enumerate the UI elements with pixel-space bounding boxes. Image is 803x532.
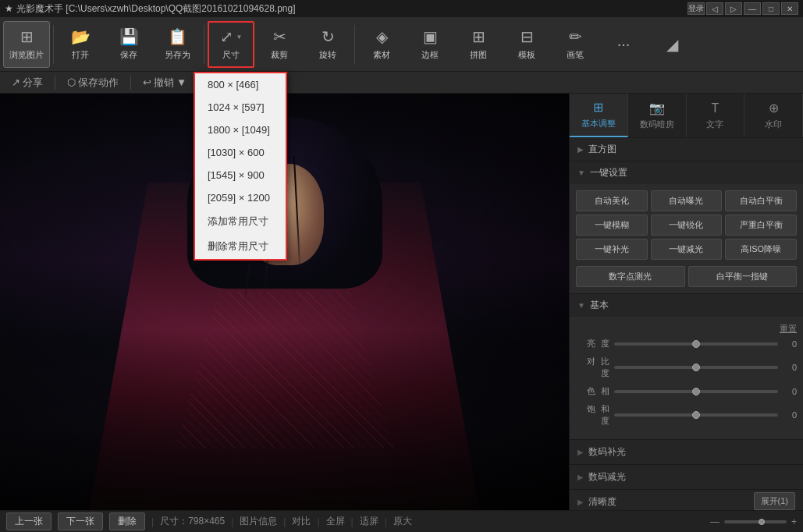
severe-wb-btn[interactable]: 严重白平衡 <box>725 215 797 236</box>
save-button[interactable]: 💾 保存 <box>105 21 152 68</box>
compare-link[interactable]: 对比 <box>292 515 311 528</box>
rotate-icon: ↻ <box>322 27 335 46</box>
tab-basic[interactable]: ⊞ 基本调整 <box>570 94 628 137</box>
basic-sliders-arrow: ▼ <box>577 301 585 310</box>
material-button[interactable]: ◈ 素材 <box>358 21 405 68</box>
expand-area: 展开(1) <box>754 492 795 510</box>
size-option-add[interactable]: 添加常用尺寸 <box>195 209 286 234</box>
one-fill-btn[interactable]: 一键补光 <box>576 239 648 260</box>
onekey-header[interactable]: ▼ 一键设置 <box>570 161 803 184</box>
saveas-icon: 📋 <box>168 27 187 46</box>
tab-text[interactable]: T 文字 <box>687 94 745 137</box>
auto-exposure-btn[interactable]: 自动曝光 <box>651 190 723 211</box>
border-button[interactable]: ▣ 边框 <box>407 21 453 68</box>
puzzle-icon: ⊞ <box>472 27 485 46</box>
brightness-label: 亮 度 <box>576 338 611 349</box>
zoom-minus[interactable]: — <box>710 516 720 527</box>
basic-sliders-header[interactable]: ▼ 基本 <box>570 294 803 317</box>
app-icon: ★ <box>5 3 13 14</box>
paint-extra-button[interactable]: ◢ <box>648 21 695 68</box>
watermark-tab-icon: ⊕ <box>769 101 779 115</box>
digital-fill-arrow: ▶ <box>577 448 584 456</box>
crop-button[interactable]: ✂ 裁剪 <box>256 21 303 68</box>
login-button[interactable]: 登录 <box>688 2 705 15</box>
digital-fill-header[interactable]: ▶ 数码补光 <box>570 440 803 465</box>
template-icon: ⊟ <box>521 27 534 46</box>
minimize-button[interactable]: — <box>744 2 761 15</box>
close-button[interactable]: ✕ <box>781 2 798 15</box>
size-option-0[interactable]: 800 × [466] <box>195 73 286 96</box>
tab-digital[interactable]: 📷 数码暗房 <box>628 94 687 137</box>
delete-button[interactable]: 删除 <box>109 512 145 530</box>
reset-link[interactable]: 重置 <box>780 323 797 335</box>
next-button[interactable]: 下一张 <box>58 512 103 530</box>
browse-button[interactable]: ⊞ 浏览图片 <box>3 21 50 68</box>
nav-prev-icon[interactable]: ◁ <box>706 2 723 15</box>
image-info-link[interactable]: 图片信息 <box>240 515 277 528</box>
fullscreen-link[interactable]: 全屏 <box>326 515 345 528</box>
size-button[interactable]: ⤢ ▼ 尺寸 <box>208 21 254 68</box>
basic-sliders-content: 重置 亮 度 0 对 比 度 0 <box>570 317 803 439</box>
save-action-button[interactable]: ⬡ 保存动作 <box>60 73 126 92</box>
basic-sliders-section: ▼ 基本 重置 亮 度 0 对 比 度 <box>570 294 803 440</box>
size-option-3[interactable]: [1030] × 600 <box>195 141 286 164</box>
separator-3 <box>354 25 355 64</box>
size-option-4[interactable]: [1545] × 900 <box>195 164 286 186</box>
digital-tab-icon: 📷 <box>649 101 665 115</box>
right-panel: ⊞ 基本调整 📷 数码暗房 T 文字 ⊕ 水印 ▶ 直方图 <box>569 94 803 510</box>
contrast-slider[interactable] <box>614 366 778 369</box>
digital-darken-arrow: ▶ <box>577 473 584 481</box>
size-option-2[interactable]: 1800 × [1049] <box>195 119 286 141</box>
digital-darken-header[interactable]: ▶ 数码减光 <box>570 465 803 490</box>
more-button[interactable]: ··· <box>600 21 647 68</box>
wb-finger-btn[interactable]: 白平衡一指键 <box>688 266 798 287</box>
zoom-slider[interactable] <box>724 520 787 523</box>
prev-button[interactable]: 上一张 <box>6 512 52 530</box>
zoom-thumb <box>759 519 765 525</box>
saturation-row: 饱 和 度 0 <box>576 403 797 427</box>
original-link[interactable]: 原大 <box>393 515 412 528</box>
app-title: 光影魔术手 [C:\Users\xzwh\Desktop\QQ截图2016102… <box>16 2 296 16</box>
onekey-wide-row: 数字点测光 白平衡一指键 <box>570 266 803 293</box>
one-darken-btn[interactable]: 一键减光 <box>651 239 723 260</box>
maximize-button[interactable]: □ <box>762 2 780 15</box>
size-option-1[interactable]: 1024 × [597] <box>195 96 286 119</box>
open-button[interactable]: 📂 打开 <box>57 21 104 68</box>
tab-watermark[interactable]: ⊕ 水印 <box>744 94 803 137</box>
high-iso-btn[interactable]: 高ISO降噪 <box>725 239 797 260</box>
one-blur-btn[interactable]: 一键模糊 <box>576 215 648 236</box>
open-icon: 📂 <box>71 27 91 46</box>
save-action-icon: ⬡ <box>67 76 76 88</box>
auto-whitebalance-btn[interactable]: 自动白平衡 <box>725 190 797 211</box>
zoom-plus[interactable]: + <box>791 516 797 527</box>
puzzle-button[interactable]: ⊞ 拼图 <box>455 21 502 68</box>
saveas-button[interactable]: 📋 另存为 <box>154 21 201 68</box>
nav-next-icon[interactable]: ▷ <box>725 2 742 15</box>
histogram-header[interactable]: ▶ 直方图 <box>570 138 803 161</box>
undo-button[interactable]: ↩ 撤销 ▼ <box>136 73 194 92</box>
template-button[interactable]: ⊟ 模板 <box>503 21 550 68</box>
digital-spot-btn[interactable]: 数字点测光 <box>576 266 685 287</box>
share-button[interactable]: ↗ 分享 <box>5 73 50 92</box>
size-option-5[interactable]: [2059] × 1200 <box>195 186 286 209</box>
saturation-thumb <box>692 411 700 419</box>
auto-beautify-btn[interactable]: 自动美化 <box>576 190 648 211</box>
one-sharpen-btn[interactable]: 一键锐化 <box>651 215 723 236</box>
saturation-slider[interactable] <box>614 413 778 417</box>
contrast-value: 0 <box>781 363 797 372</box>
histogram-arrow: ▶ <box>577 145 584 154</box>
contrast-label: 对 比 度 <box>576 356 611 379</box>
brightness-slider[interactable] <box>614 342 778 346</box>
size-option-delete[interactable]: 删除常用尺寸 <box>195 234 286 259</box>
rotate-button[interactable]: ↻ 旋转 <box>304 21 351 68</box>
main-content: ⊞ 基本调整 📷 数码暗房 T 文字 ⊕ 水印 ▶ 直方图 <box>0 94 803 510</box>
expand-button[interactable]: 展开(1) <box>754 492 795 510</box>
title-bar-left: ★ 光影魔术手 [C:\Users\xzwh\Desktop\QQ截图20161… <box>5 2 296 16</box>
title-bar-controls: 登录 ◁ ▷ — □ ✕ <box>688 2 798 15</box>
hue-slider[interactable] <box>614 390 778 393</box>
fitscreen-link[interactable]: 适屏 <box>360 515 378 528</box>
paint-button[interactable]: ✏ 画笔 <box>552 21 599 68</box>
histogram-section: ▶ 直方图 <box>570 138 803 161</box>
toolbar: ⊞ 浏览图片 📂 打开 💾 保存 📋 另存为 ⤢ ▼ 尺寸 ✂ 裁剪 ↻ 旋转 … <box>0 17 803 72</box>
undo-icon: ↩ <box>143 76 151 88</box>
